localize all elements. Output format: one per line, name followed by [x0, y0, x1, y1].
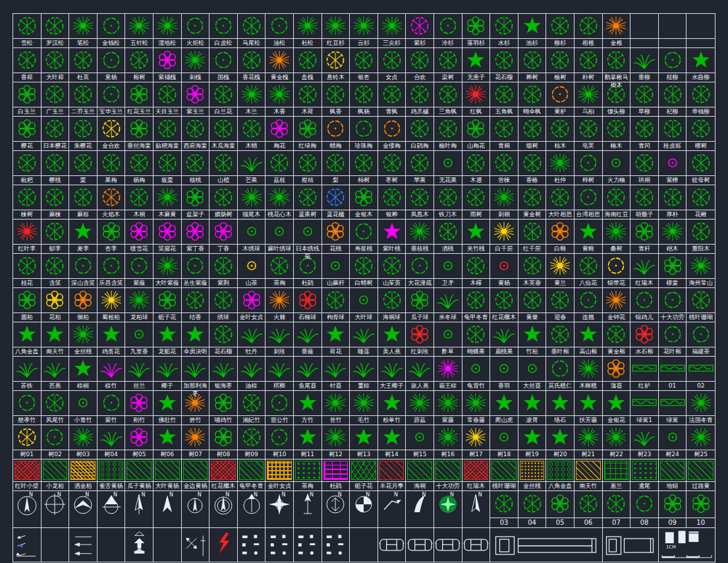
plant-cell[interactable]: 榆树	[546, 48, 574, 82]
plant-cell[interactable]: 金椎	[603, 14, 631, 48]
plant-cell[interactable]: 花石榴	[490, 48, 518, 82]
plant-cell[interactable]: 金叶女贞	[238, 288, 266, 322]
plant-cell[interactable]: 五针松	[125, 14, 154, 48]
plant-cell[interactable]: 木通	[462, 151, 491, 185]
plant-cell[interactable]: 圆柏	[13, 288, 42, 322]
plant-cell[interactable]: 紫丁香	[182, 220, 210, 254]
north-arrow-cell[interactable]: N	[434, 491, 462, 528]
plant-cell[interactable]: 雷公竹	[266, 391, 294, 425]
plant-cell[interactable]: 刚竹	[125, 391, 154, 425]
plant-cell[interactable]: 大王椰子	[378, 357, 406, 391]
plant-cell[interactable]: 柽柳	[659, 48, 687, 82]
plant-cell[interactable]: 喷雪花	[125, 220, 154, 254]
plant-cell[interactable]: 鸡蛋花	[98, 322, 126, 357]
plant-cell[interactable]: 盘槐	[294, 48, 322, 82]
north-arrow-cell[interactable]: N	[378, 491, 406, 528]
plant-cell[interactable]: 广玉兰	[42, 82, 70, 117]
plant-cell[interactable]: 桦树	[518, 48, 547, 82]
plant-cell[interactable]: 木芙蓉	[518, 254, 547, 288]
plant-cell[interactable]: 柳杉	[546, 14, 574, 48]
plant-cell[interactable]: 丝兰	[125, 357, 154, 391]
plant-cell[interactable]: 哺鸡竹	[210, 391, 238, 425]
plant-cell[interactable]: 蝴蝶果	[462, 322, 491, 357]
plant-cell[interactable]: 木瓜海棠	[210, 117, 238, 151]
plant-cell[interactable]: 树16	[434, 425, 462, 459]
plant-cell[interactable]: 红千层	[518, 220, 547, 254]
north-arrow-cell[interactable]: N	[69, 491, 98, 528]
plant-cell[interactable]: 木麻黄	[154, 185, 182, 220]
plant-cell[interactable]: 意杨	[98, 48, 126, 82]
plant-cell[interactable]: 冷杉	[434, 14, 462, 48]
plant-cell[interactable]: 柿树	[350, 151, 378, 185]
plant-cell[interactable]: 黄金树	[518, 185, 547, 220]
plant-cell[interactable]: 朴树	[574, 48, 603, 82]
plant-cell[interactable]: 旅人蕉	[406, 357, 434, 391]
plant-cell[interactable]: 栓皮栎	[659, 117, 687, 151]
plant-cell[interactable]: 夹竹桃	[462, 220, 491, 254]
plant-cell[interactable]: 董棕	[350, 357, 378, 391]
plant-cell[interactable]: 黄金槐	[266, 48, 294, 82]
plant-cell[interactable]: 垂丝海棠	[125, 117, 154, 151]
plant-cell[interactable]: 树21	[574, 425, 603, 459]
plant-cell[interactable]: 椋木	[546, 117, 574, 151]
plant-cell[interactable]: 柑桔	[294, 151, 322, 185]
plant-cell[interactable]: 白千层	[490, 220, 518, 254]
plant-cell[interactable]: 针葵	[322, 357, 350, 391]
plant-cell[interactable]: 香樟	[13, 48, 42, 82]
plant-cell[interactable]: 龟背竹	[462, 357, 491, 391]
plant-cell[interactable]: 石楠球	[294, 288, 322, 322]
plant-cell[interactable]: 银桦	[378, 185, 406, 220]
plant-cell[interactable]: 02	[686, 357, 715, 391]
plant-cell[interactable]: 红绿梅	[294, 117, 322, 151]
plant-cell[interactable]: 加那利海枣	[182, 357, 210, 391]
plant-cell[interactable]: 楝树	[13, 185, 42, 220]
hatch-cell[interactable]: 雀舌黄杨	[98, 459, 126, 491]
plant-cell[interactable]: 米冬球	[434, 288, 462, 322]
plant-cell[interactable]: 蔷薇	[294, 322, 322, 357]
plant-cell[interactable]: 丛生紫薇	[182, 254, 210, 288]
plant-cell[interactable]: 睡莲	[350, 322, 378, 357]
plant-cell[interactable]: 霸王棕	[434, 357, 462, 391]
plant-cell[interactable]: 枇杷	[13, 151, 42, 185]
plant-cell[interactable]: 黄兰	[546, 254, 574, 288]
plant-cell[interactable]: 白玉兰	[13, 82, 42, 117]
plant-cell[interactable]: 紫穗槐	[154, 48, 182, 82]
plant-cell[interactable]: 枸骨球	[322, 288, 350, 322]
plant-cell[interactable]: 美人蕉	[378, 322, 406, 357]
plant-cell[interactable]: 连翘	[574, 288, 603, 322]
plant-cell[interactable]: 木香	[266, 82, 294, 117]
legend-symbols-icon[interactable]	[238, 528, 266, 562]
plant-cell[interactable]: 郁李	[42, 220, 70, 254]
hatch-cell[interactable]: 红叶小檗	[13, 459, 42, 491]
plant-cell[interactable]: 刺槐	[182, 48, 210, 82]
plant-cell[interactable]: 棕竹	[98, 357, 126, 391]
plant-cell[interactable]: 刺桐	[490, 185, 518, 220]
hatch-cell[interactable]: 洒金柏	[69, 459, 98, 491]
plant-cell[interactable]: 栾树	[434, 48, 462, 82]
plant-cell[interactable]: 山茶	[238, 254, 266, 288]
north-arrow-cell[interactable]: N	[462, 491, 491, 528]
north-arrow-cell[interactable]: N	[125, 491, 154, 528]
plant-cell[interactable]: 毛竹	[350, 391, 378, 425]
plant-cell[interactable]: 鸡爪槭	[406, 82, 434, 117]
hatch-cell[interactable]: 杜鹃	[322, 459, 350, 491]
north-arrow-cell[interactable]: N	[266, 491, 294, 528]
legend-symbols-icon[interactable]	[266, 528, 294, 562]
plant-cell[interactable]: 紫叶桃	[378, 220, 406, 254]
plant-cell[interactable]: 鱼尾葵	[294, 357, 322, 391]
plant-cell[interactable]: 小青竹	[69, 391, 98, 425]
plant-cell[interactable]: 树05	[125, 425, 154, 459]
plant-cell[interactable]: 相椎	[574, 14, 603, 48]
horizontal-arrows-icon[interactable]	[69, 528, 98, 562]
plant-cell[interactable]: 蒲葵	[603, 357, 631, 391]
plant-cell[interactable]: 卫矛	[434, 254, 462, 288]
plant-cell[interactable]: 桃花心木	[266, 185, 294, 220]
plant-cell[interactable]: 紫藤	[434, 391, 462, 425]
plant-cell[interactable]: 树12	[322, 425, 350, 459]
plant-cell[interactable]: 花楸	[686, 185, 715, 220]
plant-cell[interactable]: 雨树	[462, 185, 491, 220]
plant-cell[interactable]: 金缕梅	[378, 117, 406, 151]
plant-cell[interactable]: 树10	[266, 425, 294, 459]
plant-cell[interactable]: 枫香	[322, 82, 350, 117]
plant-cell[interactable]: 瓜子球	[406, 288, 434, 322]
